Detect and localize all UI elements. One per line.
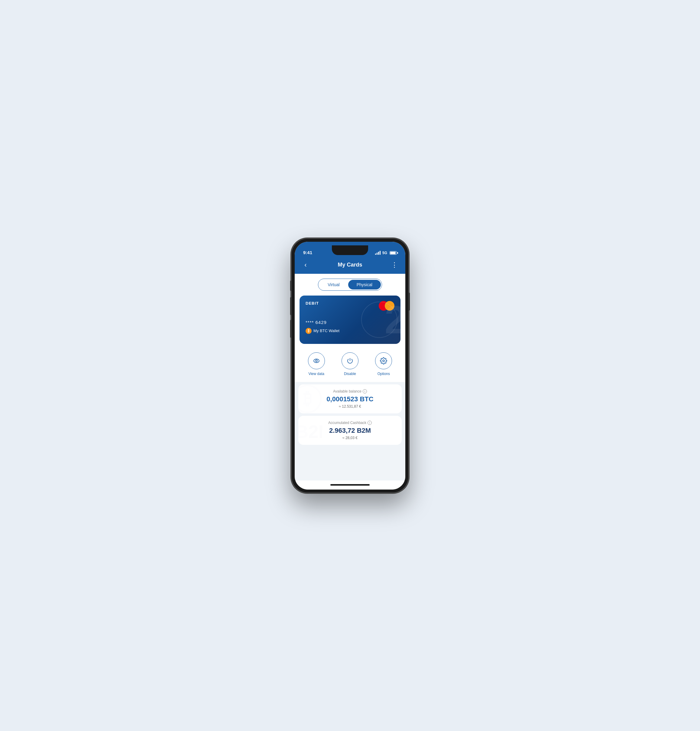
disable-label: Disable [344,372,356,376]
cashback-label: Accumulated Cashback i [304,421,396,425]
view-data-button[interactable]: View data [308,352,325,376]
balance-sub: ≈ 12.531,87 € [304,404,396,408]
view-data-circle [308,352,325,369]
btc-icon: ₿ [305,328,312,334]
home-bar [330,484,370,486]
status-time: 9:41 [303,250,312,255]
side-button-vol-up [290,297,291,315]
notch [332,245,368,255]
tab-virtual[interactable]: Virtual [319,280,348,289]
actions-section: View data Disable [295,346,405,382]
side-button-silent [290,280,291,291]
cashback-info-icon[interactable]: i [368,421,372,425]
side-button-vol-down [290,320,291,338]
balance-card: ₿ Available balance i 0,0001523 BTC ≈ 12… [298,385,402,413]
actions-row: View data Disable [299,352,401,376]
card-number: **** 6429 [305,320,395,325]
tab-physical[interactable]: Physical [348,280,381,289]
balance-value: 0,0001523 BTC [304,395,396,403]
mc-orange-circle [385,301,395,311]
power-icon [346,357,354,364]
back-button[interactable]: ‹ [301,261,310,269]
card-section: 2 DEBIT **** 6429 ₿ My BTC Wallet [295,295,405,346]
status-icons: 5G [375,251,397,255]
phone-screen: 9:41 5G ‹ My Cards ⋮ [295,242,405,490]
signal-bars-icon [375,251,380,255]
card-wallet: ₿ My BTC Wallet [305,328,395,334]
mastercard-logo [379,301,395,311]
tab-container: Virtual Physical [318,279,382,291]
cashback-card: B2M Accumulated Cashback i 2.963,72 B2M … [298,416,402,445]
side-button-power [409,292,410,311]
tab-switcher: Virtual Physical [295,274,405,295]
signal-bar-4 [380,251,380,255]
wallet-name: My BTC Wallet [313,329,339,333]
page-title: My Cards [338,262,362,268]
view-data-label: View data [308,372,324,376]
disable-circle [342,352,358,369]
signal-bar-2 [377,252,377,255]
battery-icon [390,251,397,255]
svg-point-0 [314,359,319,363]
signal-bar-1 [375,254,376,255]
options-circle [375,352,392,369]
balance-label: Available balance i [304,389,396,393]
gear-icon [380,357,387,364]
card-type: DEBIT [305,301,319,305]
disable-button[interactable]: Disable [342,352,358,376]
options-label: Options [377,372,390,376]
menu-button[interactable]: ⋮ [390,261,399,269]
signal-bar-3 [378,252,379,255]
app-header: ‹ My Cards ⋮ [295,257,405,274]
eye-icon [313,357,320,364]
svg-point-1 [316,360,317,362]
cashback-value: 2.963,72 B2M [304,427,396,434]
battery-fill [390,252,396,254]
network-type: 5G [382,251,387,255]
home-indicator [295,480,405,490]
cashback-sub: ≈ 28,03 € [304,436,396,440]
card-top: DEBIT [305,301,395,311]
options-button[interactable]: Options [375,352,392,376]
debit-card: 2 DEBIT **** 6429 ₿ My BTC Wallet [299,295,401,344]
balance-info-icon[interactable]: i [363,389,367,393]
phone-mockup: 9:41 5G ‹ My Cards ⋮ [291,238,409,493]
content-area: Virtual Physical 2 DEBIT **** [295,274,405,480]
svg-point-2 [383,360,384,362]
